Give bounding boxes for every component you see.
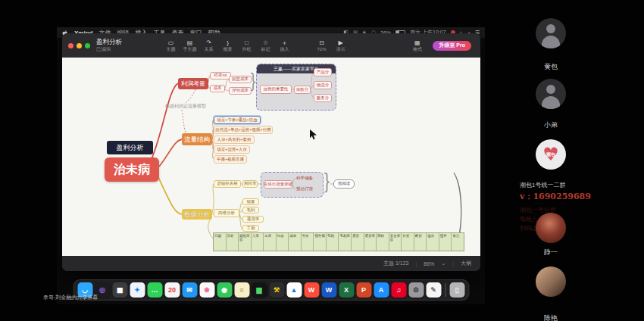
avatar-xiaodi[interactable]	[536, 79, 566, 109]
traffic-pill-5[interactable]: 平播+视频直播	[214, 155, 247, 164]
textedit-icon[interactable]: ✎	[426, 282, 441, 298]
topic-counter: 主题 1/123	[383, 260, 408, 267]
document-title: 盈利分析	[96, 39, 122, 46]
table-cell: 期初库存	[239, 233, 252, 251]
wps-icon[interactable]: W	[304, 282, 319, 298]
launchpad-icon[interactable]: ▦	[112, 282, 127, 298]
topic-experience-score[interactable]: 体验分	[294, 86, 311, 94]
mac-screen: Xmind 文件编辑插入工具查看窗口帮助 ◧ ✉ ∗ ◠ 36% 周六 上午10…	[57, 27, 485, 304]
zoom-tool-button[interactable]: ⊡ 72%	[312, 39, 331, 52]
table-cell: 断货	[414, 233, 427, 251]
table-cell: 毛利率	[339, 233, 352, 251]
table-cell: 成本	[289, 233, 302, 251]
excel-icon[interactable]: X	[339, 282, 354, 298]
avatar-chaobao-heart-icon[interactable]: ♥ 潮包	[536, 139, 566, 170]
participant-name: 陈艳	[536, 313, 566, 321]
outline-toggle[interactable]: 大纲	[461, 260, 471, 267]
keynote-icon[interactable]: ▲	[286, 282, 302, 298]
topic-service-score[interactable]: 服务分	[314, 94, 332, 102]
participant-name: 黄包	[536, 62, 566, 72]
toolbar-button[interactable]: □ 外框	[237, 39, 256, 52]
participants-sidebar: 黄包 小弟 ♥ 潮包 潮包1号线一二群 v：1690259689 潮包一号社群每…	[485, 0, 644, 321]
close-button[interactable]	[68, 43, 73, 48]
toolbar-button[interactable]: ☆ 标记	[256, 39, 275, 52]
topic-roi[interactable]: 样本roi	[210, 72, 231, 79]
topic-variable-cost[interactable]: 浮动成本	[229, 87, 252, 95]
word-icon[interactable]: W	[321, 282, 336, 298]
table-cell: 退货率	[364, 233, 377, 251]
document-edited-state: 已编辑	[96, 46, 122, 51]
traffic-pill-1[interactable]: 场景+节奏+爆品+投放	[214, 116, 261, 124]
zoom-caret-icon[interactable]: ⌄	[441, 260, 445, 266]
participant-name: 静一	[536, 248, 566, 257]
dim-sales[interactable]: 销量	[242, 198, 259, 205]
topic-product-score[interactable]: 产品分	[314, 68, 332, 76]
table-cell: 安全库存	[389, 233, 402, 251]
table-cell: 销售额	[314, 233, 327, 251]
table-cell: 备注	[452, 233, 464, 251]
topic-shipment-breakthrough[interactable]: 实体出货量突破	[264, 180, 292, 189]
toolbar-button[interactable]: ▭ 主题	[161, 39, 180, 52]
traffic-pill-4[interactable]: 场景+运营+人设	[214, 145, 250, 154]
xmind-window: 盈利分析 已编辑 ▭ 主题 ▤ 子主题 ↷ 关系 } 概要 □ 外框	[62, 33, 480, 271]
maximize-button[interactable]	[85, 43, 90, 48]
dim-return-rate[interactable]: 退货率	[242, 216, 264, 223]
format-button[interactable]: ▦ 格式	[408, 39, 427, 52]
topic-turnover-rate[interactable]: 周转率	[242, 180, 258, 188]
dock: ◡ ◎ ▦ ✦ … 20 ✉ ❀ ◉ ≡ ▆ ⚒	[73, 279, 469, 301]
safari-icon[interactable]: ✦	[130, 282, 145, 298]
utility-icon[interactable]: ⚒	[269, 282, 284, 298]
music-icon[interactable]: ♫	[391, 282, 406, 298]
mindmap-canvas[interactable]: 盈利分析 治未病 利润考量 样本roi 成本 固定成本 浮动成本 } 三赢——买…	[62, 58, 480, 256]
topic-scientific-stock[interactable]: 科学储备	[295, 175, 314, 182]
avatar-chenyan[interactable]	[536, 266, 566, 297]
brace-data: }	[323, 171, 331, 192]
traffic-pill-3[interactable]: 人设+高毛利+案例	[214, 136, 255, 144]
topic-four-dims[interactable]: 四维分析	[214, 209, 239, 217]
zoom-level[interactable]: 86%	[424, 261, 434, 266]
dock-divider	[445, 283, 445, 297]
branch-traffic[interactable]: 流量结构	[182, 133, 212, 145]
window-statusbar: 主题 1/123 | 86% ⌄ | 大纲	[62, 256, 480, 271]
mail-icon[interactable]: ✉	[182, 282, 197, 298]
avatar-huangbao[interactable]	[536, 18, 566, 48]
table-cell: 品名	[227, 233, 239, 251]
minimize-button[interactable]	[77, 43, 82, 48]
trash-icon[interactable]: ▯	[449, 282, 464, 298]
screen-share-label: 录哥-刘金融的共享屏幕	[43, 294, 98, 301]
branch-data[interactable]: 数据分析	[182, 209, 212, 220]
toolbar-button[interactable]: ▤ 子主题	[180, 39, 199, 52]
table-cell: 投放	[439, 233, 452, 251]
settings-icon[interactable]: ⚙	[408, 282, 424, 298]
present-button[interactable]: ▶ 演示	[331, 39, 350, 52]
upgrade-pro-button[interactable]: 升级至 Pro	[433, 41, 471, 51]
topic-cost[interactable]: 成本	[210, 85, 225, 92]
topic-fixed-cost[interactable]: 固定成本	[229, 76, 252, 83]
topic-forecast-order[interactable]: 预估订货	[295, 185, 314, 193]
central-topic[interactable]: 治未病	[105, 157, 159, 182]
powerpoint-icon[interactable]: P	[356, 282, 371, 298]
toolbar-button[interactable]: ↷ 关系	[199, 39, 218, 52]
topic-reading[interactable]: 值阅读	[333, 179, 355, 189]
toolbar-button[interactable]: ＋ 插入	[275, 39, 294, 52]
table-cell: 日期	[214, 233, 227, 251]
topic-logistics-score[interactable]: 物流分	[314, 81, 332, 89]
photos-icon[interactable]: ❀	[199, 282, 214, 298]
stats-icon[interactable]: ▆	[252, 282, 267, 298]
inventory-table[interactable]: 日期品名期初库存入库出库结存成本售价销售额毛利毛利率退货退货率周转安全库存补货断…	[213, 232, 464, 251]
branch-profit[interactable]: 利润考量	[178, 78, 208, 89]
traffic-pill-2[interactable]: 自然流+单品+运营+视频+付费	[214, 126, 273, 134]
topic-operations-importance[interactable]: 运营的重要性	[260, 85, 292, 94]
messages-icon[interactable]: …	[147, 282, 162, 298]
mouse-cursor	[310, 129, 317, 139]
appstore-icon[interactable]: A	[374, 282, 389, 298]
avatar-jingyi[interactable]	[536, 213, 566, 243]
facetime-icon[interactable]: ◉	[217, 282, 232, 298]
dim-margin[interactable]: 毛利	[242, 207, 259, 213]
notes-icon[interactable]: ≡	[234, 282, 249, 298]
floating-topic[interactable]: 盈利分析	[107, 141, 153, 154]
topic-inventory-sheet[interactable]: 进销存表格	[214, 180, 241, 188]
dim-lead-time[interactable]: 工期	[242, 225, 259, 232]
toolbar-button[interactable]: } 概要	[218, 39, 237, 52]
calendar-icon[interactable]: 20	[164, 282, 180, 298]
